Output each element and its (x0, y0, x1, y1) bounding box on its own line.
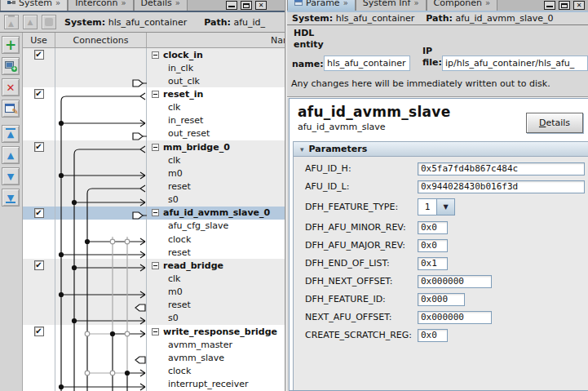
tree-row[interactable]: ✔reset_in (23, 87, 285, 100)
tree-row[interactable]: s0 (23, 193, 285, 207)
use-checkbox[interactable]: ✔ (34, 327, 44, 336)
hdl-name-input[interactable]: hls_afu_container (324, 56, 410, 71)
dfh-feature-id-input[interactable]: 0x000 (418, 293, 465, 306)
tree-rows: ✔clock_in in_clk out_clk ✔reset_in clk i… (23, 48, 285, 391)
tree-row[interactable]: in_reset (23, 114, 285, 127)
tree-row[interactable]: avmm_master (23, 338, 285, 351)
collapse-icon[interactable] (152, 51, 159, 59)
next-afu-offset-input[interactable]: 0x000000 (418, 311, 492, 324)
filter-button-disabled[interactable] (42, 15, 56, 29)
move-to-top-button[interactable]: ▲ (2, 125, 20, 143)
column-header-use[interactable]: Use (23, 33, 55, 47)
parameters-group-title: Parameters (309, 144, 368, 154)
collapse-icon[interactable] (152, 144, 159, 151)
move-up-button-disabled[interactable]: ▲ (23, 15, 38, 29)
tree-row[interactable]: reset (23, 246, 285, 259)
dfh-afu-minor-rev-input[interactable]: 0x0 (418, 221, 448, 234)
tree-row[interactable]: out_reset (23, 127, 285, 140)
tree-row[interactable]: clk (23, 101, 285, 114)
tab-details[interactable]: Details » (134, 0, 188, 11)
tab-system[interactable]: System » (0, 0, 68, 11)
add-connection-button[interactable]: + (2, 57, 20, 75)
use-checkbox[interactable]: ✔ (34, 50, 44, 60)
tree-row[interactable]: clock (23, 364, 285, 377)
column-header-connections[interactable]: Connections (55, 33, 147, 47)
tree-row[interactable]: in_clk (23, 61, 285, 74)
dfh-feature-type-dropdown[interactable]: 1 ▼ (418, 198, 455, 215)
tree-row[interactable]: clock (23, 233, 285, 246)
minimize-icon[interactable] (544, 1, 555, 10)
tree-row[interactable]: avmm_slave (23, 351, 285, 364)
tree-row[interactable]: ✔clock_in (23, 48, 285, 61)
tree-row-selected[interactable]: ✔afu_id_avmm_slave_0 (23, 207, 285, 220)
param-row: DFH_NEXT_OFFSET:0x000000 (305, 274, 588, 288)
move-top-button-disabled[interactable]: ▲ (4, 15, 19, 29)
left-toolbar: + + ✕ ✎ ▲ ▲ ▼ ▼ (0, 33, 23, 391)
move-to-bottom-button[interactable]: ▼ (2, 189, 20, 207)
tree-row[interactable]: reset (23, 180, 285, 193)
details-button[interactable]: Details (526, 113, 583, 133)
tree-row[interactable]: reset (23, 299, 285, 312)
ip-file-input[interactable]: ip/hls_afu_container/hls_afu_ (442, 56, 588, 71)
close-icon[interactable]: ✕ (573, 1, 585, 10)
parameters-group-header[interactable]: ▾ Parameters (294, 142, 588, 157)
afu-id-l-input[interactable]: 0x944028430b016f3d (418, 180, 585, 193)
tree-row[interactable]: ✔read_bridge (23, 259, 285, 272)
tree-row[interactable]: afu_cfg_slave (23, 220, 285, 233)
column-header-name[interactable]: Name (147, 33, 285, 47)
tree-row[interactable]: m0 (23, 286, 285, 299)
edit-parameters-button[interactable]: ✎ (2, 100, 20, 118)
dfh-end-of-list-input[interactable]: 0x1 (418, 257, 448, 270)
use-checkbox[interactable]: ✔ (34, 89, 44, 99)
use-checkbox[interactable]: ✔ (34, 142, 44, 152)
tree-row[interactable]: ✔mm_bridge_0 (23, 140, 285, 153)
param-row: DFH_FEATURE_TYPE: 1 ▼ (305, 198, 588, 215)
right-tab-strip: Parame » System Inf » Componen » ✕ (287, 0, 588, 11)
add-component-button[interactable]: + (2, 36, 20, 54)
param-row: DFH_FEATURE_ID:0x000 (305, 292, 588, 306)
tree-row[interactable]: interrupt_receiver (23, 378, 285, 391)
collapse-icon[interactable] (152, 91, 159, 98)
move-down-button[interactable]: ▼ (2, 167, 20, 185)
tree-row[interactable]: s0 (23, 312, 285, 325)
tree-row[interactable]: clk (23, 272, 285, 285)
tab-component-label: Componen (434, 0, 483, 8)
close-icon[interactable]: ✕ (255, 1, 267, 10)
tree-row[interactable]: ✔write_response_bridge (23, 325, 285, 338)
component-subtitle: afu_id_avmm_slave (298, 122, 386, 132)
create-scratch-reg-input[interactable]: 0x0 (418, 329, 448, 342)
dfh-afu-major-rev-input[interactable]: 0x0 (418, 239, 448, 252)
use-checkbox[interactable]: ✔ (34, 208, 44, 218)
maximize-icon[interactable] (241, 1, 252, 10)
component-detail-card: afu_id_avmm_slave afu_id_avmm_slave Deta… (289, 98, 588, 391)
minimize-icon[interactable] (226, 1, 237, 10)
param-row: CREATE_SCRATCH_REG:0x0 (305, 328, 588, 342)
tab-interconnect[interactable]: Interconn » (68, 0, 133, 11)
param-row: AFU_ID_L:0x944028430b016f3d (305, 180, 588, 193)
tab-system-info[interactable]: System Inf » (356, 0, 427, 11)
use-checkbox[interactable]: ✔ (34, 260, 44, 270)
platform-designer-window: System » Interconn » Details » ✕ ▲ (0, 0, 588, 391)
tab-detach-icon: » (413, 0, 418, 7)
param-row: AFU_ID_H:0x5fa7fd4b867c484c (305, 162, 588, 176)
collapse-icon[interactable] (152, 209, 159, 216)
remove-button[interactable]: ✕ (2, 78, 20, 96)
dropdown-arrow-icon[interactable]: ▼ (436, 199, 454, 215)
tab-parameters[interactable]: Parame » (287, 0, 356, 11)
tree-row[interactable]: out_clk (23, 74, 285, 87)
tree-row[interactable]: clk (23, 153, 285, 167)
move-up-button[interactable]: ▲ (2, 146, 20, 164)
add-module-icon: + (5, 61, 16, 71)
left-tab-strip: System » Interconn » Details » ✕ (0, 0, 285, 11)
tab-details-label: Details (141, 0, 172, 8)
tree-row[interactable]: m0 (23, 167, 285, 180)
afu-id-h-input[interactable]: 0x5fa7fd4b867c484c (418, 162, 585, 176)
connections-tree: Use Connections Name ✔clock_in in_clk ou… (23, 33, 285, 391)
maximize-icon[interactable] (559, 1, 570, 10)
edit-icon: ✎ (5, 104, 16, 113)
dfh-next-offset-input[interactable]: 0x000000 (418, 275, 492, 288)
collapse-icon[interactable] (152, 328, 159, 335)
system-panel: System » Interconn » Details » ✕ ▲ (0, 0, 285, 391)
tab-component[interactable]: Componen » (427, 0, 498, 11)
collapse-icon[interactable] (152, 262, 159, 269)
